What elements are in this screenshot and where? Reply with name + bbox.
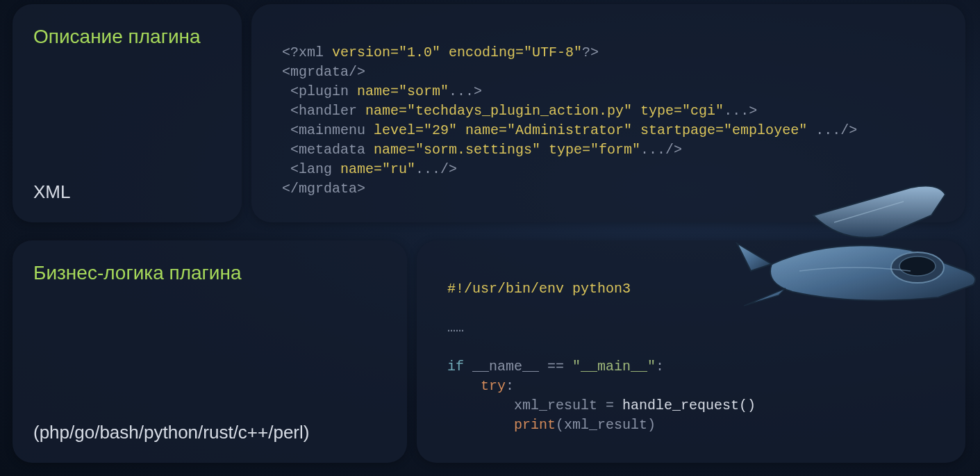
xml-line-8: </mgrdata> <box>282 181 365 197</box>
py-line-3: if __name__ == "__main__": <box>447 359 664 375</box>
xml-line-7: <lang name="ru".../> <box>282 161 457 177</box>
python-code-panel: #!/usr/bin/env python3 …… if __name__ ==… <box>417 240 965 463</box>
python-code-block: #!/usr/bin/env python3 …… if __name__ ==… <box>447 260 935 435</box>
py-line-6: print(xml_result) <box>447 417 656 433</box>
xml-line-5: <mainmenu level="29" name="Administrator… <box>282 122 857 138</box>
xml-code-block: <?xml version="1.0" encoding="UTF-8"?> <… <box>282 24 935 199</box>
xml-line-4: <handler name="techdays_plugin_action.py… <box>282 103 757 119</box>
xml-line-6: <metadata name="sorm.settings" type="for… <box>282 142 682 158</box>
xml-code-panel: <?xml version="1.0" encoding="UTF-8"?> <… <box>251 4 965 222</box>
business-logic-title: Бизнес-логика плагина <box>33 260 386 286</box>
business-logic-label-panel: Бизнес-логика плагина (php/go/bash/pytho… <box>13 240 407 463</box>
business-logic-sub: (php/go/bash/python/rust/c++/perl) <box>33 422 386 443</box>
py-line-2: …… <box>447 320 464 336</box>
plugin-description-sub: XML <box>33 181 221 203</box>
xml-line-2: <mgrdata/> <box>282 64 365 80</box>
py-line-4: try: <box>447 378 514 394</box>
xml-line-3: <plugin name="sorm"...> <box>282 83 482 99</box>
xml-line-1: <?xml version="1.0" encoding="UTF-8"?> <box>282 44 599 60</box>
py-line-5: xml_result = handle_request() <box>447 397 756 413</box>
py-line-1: #!/usr/bin/env python3 <box>447 281 631 297</box>
plugin-description-title: Описание плагина <box>33 24 221 50</box>
plugin-description-label-panel: Описание плагина XML <box>13 4 242 222</box>
